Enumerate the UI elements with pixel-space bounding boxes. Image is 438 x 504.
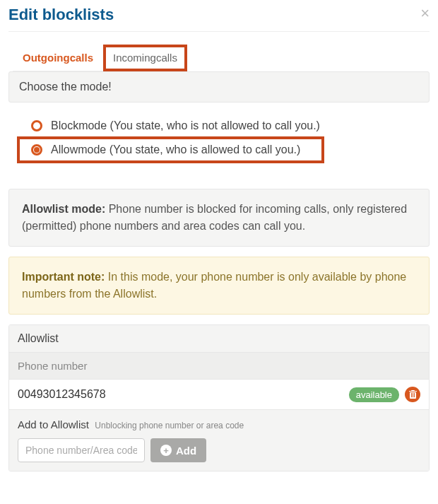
radio-blockmode[interactable]: Blockmode (You state, who is not allowed… <box>25 115 430 136</box>
plus-icon: + <box>160 445 172 456</box>
note-lead: Important note: <box>22 271 105 283</box>
trash-icon <box>409 390 417 399</box>
add-to-allowlist-section: Add to Allowlist Unblocking phone number… <box>9 410 429 471</box>
radio-blockmode-label: Blockmode (You state, who is not allowed… <box>51 119 320 132</box>
add-button[interactable]: + Add <box>150 438 206 462</box>
delete-button[interactable] <box>405 387 420 402</box>
add-button-label: Add <box>176 445 196 457</box>
mode-panel-heading: Choose the mode! <box>8 71 430 102</box>
add-sublabel: Unblocking phone number or area code <box>95 421 244 430</box>
row-actions: available <box>349 387 420 402</box>
phone-input[interactable] <box>18 438 145 462</box>
radio-icon <box>31 144 42 156</box>
status-badge: available <box>349 387 399 402</box>
info-lead: Allowlist mode: <box>22 203 105 215</box>
allowlist-title: Allowlist <box>9 325 429 353</box>
allowlist-column-header: Phone number <box>9 353 429 380</box>
dialog-title: Edit blocklists <box>8 6 114 24</box>
phone-number-cell: 00493012345678 <box>18 388 106 401</box>
allowlist-block: Allowlist Phone number 00493012345678 av… <box>8 324 430 471</box>
dialog-header: Edit blocklists × <box>8 0 430 32</box>
add-label: Add to Allowlist <box>18 418 89 430</box>
mode-radios: Blockmode (You state, who is not allowed… <box>8 102 430 169</box>
allowlist-mode-info: Allowlist mode: Phone number is blocked … <box>8 189 430 247</box>
tab-outgoing[interactable]: Outgoingcalls <box>13 45 103 71</box>
important-note: Important note: In this mode, your phone… <box>8 257 430 315</box>
radio-icon <box>31 120 42 131</box>
table-row: 00493012345678 available <box>9 380 429 410</box>
tab-incoming[interactable]: Incomingcalls <box>103 45 187 71</box>
edit-blocklists-dialog: Edit blocklists × Outgoingcalls Incoming… <box>0 0 438 486</box>
radio-allowmode-label: Allowmode (You state, who is allowed to … <box>51 143 300 156</box>
close-icon[interactable]: × <box>420 6 430 21</box>
tabs: Outgoingcalls Incomingcalls <box>8 32 430 71</box>
radio-allowmode[interactable]: Allowmode (You state, who is allowed to … <box>17 136 324 163</box>
